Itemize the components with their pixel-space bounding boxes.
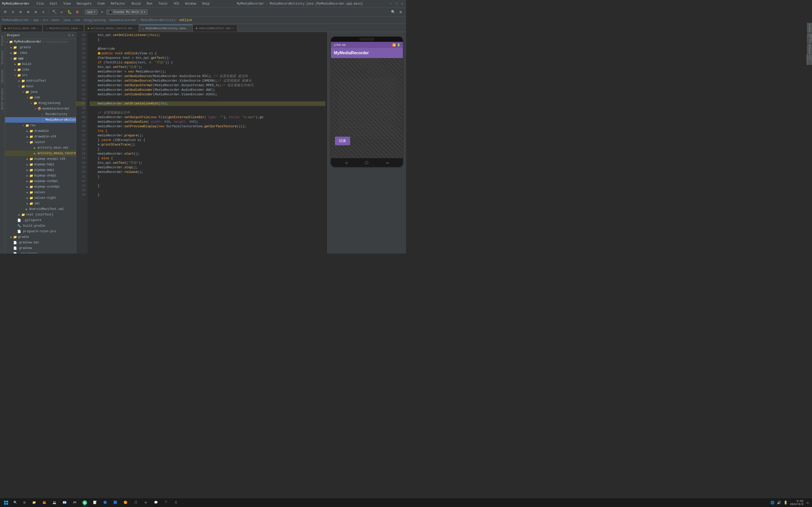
tree-item-src[interactable]: ▾ 📁 src bbox=[5, 72, 76, 78]
phone-home-button[interactable]: ⬡ bbox=[363, 159, 370, 166]
stop-button[interactable]: ⏹ bbox=[74, 9, 81, 15]
build-variants-panel-tab[interactable]: Build Variants bbox=[0, 87, 5, 111]
maximize-button[interactable]: □ bbox=[395, 2, 398, 6]
tree-item-com[interactable]: ▾ 📁 com bbox=[5, 95, 76, 100]
structure-panel-tab[interactable]: Structure bbox=[0, 50, 5, 65]
tab-mediarecordactivity-java[interactable]: ☕ MediaRecordActivity.java ✕ bbox=[139, 24, 192, 32]
collapse-button[interactable]: ⊟ bbox=[17, 9, 24, 15]
tab-close-icon[interactable]: ✕ bbox=[233, 27, 234, 30]
tree-item-mipmap-hdpi[interactable]: ▶ 📁 mipmap-hdpi bbox=[5, 162, 76, 167]
breadcrumb-src[interactable]: src bbox=[43, 18, 48, 22]
tree-item-idea[interactable]: ▶ 📁 .idea bbox=[5, 50, 76, 56]
menu-view[interactable]: View bbox=[62, 2, 72, 6]
phone-back-button[interactable]: ◁ bbox=[343, 159, 350, 166]
tree-item-proguard[interactable]: 📄 proguard-rules.pro bbox=[5, 229, 76, 234]
tree-item-mipmap-mdpi[interactable]: ▶ 📁 mipmap-mdpi bbox=[5, 167, 76, 173]
tree-item-libs[interactable]: ▶ 📁 libs bbox=[5, 67, 76, 72]
breadcrumb-com[interactable]: com bbox=[74, 18, 80, 22]
menu-help[interactable]: Help bbox=[201, 2, 211, 6]
code-area[interactable]: 3031323334 3536373839 4041424344 45 4647… bbox=[76, 32, 327, 253]
run-app-button[interactable]: ▶ bbox=[59, 9, 65, 15]
menu-window[interactable]: Window bbox=[184, 2, 197, 6]
tree-item-java[interactable]: ▾ 📁 java bbox=[5, 89, 76, 95]
breadcrumb-mymediarecorder[interactable]: mymediarecorder bbox=[109, 18, 137, 22]
menu-edit[interactable]: Edit bbox=[49, 2, 58, 6]
sidebar-close-icon[interactable]: ✕ bbox=[71, 34, 74, 37]
tree-item-test[interactable]: ▶ 📁 test [unitTest] bbox=[5, 212, 76, 218]
menu-build[interactable]: Build bbox=[131, 2, 142, 6]
tab-close-icon[interactable]: ✕ bbox=[188, 27, 189, 30]
tree-item-mipmap-anydpi[interactable]: ▶ 📁 mipmap-anydpi-v26 bbox=[5, 156, 76, 162]
tab-close-icon[interactable]: ✕ bbox=[79, 27, 81, 30]
tree-item-mipmap-xxhdpi[interactable]: ▶ 📁 mipmap-xxhdpi bbox=[5, 178, 76, 184]
expand-button[interactable]: ⊞ bbox=[25, 9, 32, 15]
phone-recents-button[interactable]: ▭ bbox=[384, 159, 391, 166]
settings-main-button[interactable]: ⚙ bbox=[397, 9, 404, 15]
close-panel-button[interactable]: ✕ bbox=[40, 9, 47, 15]
close-button[interactable]: ✕ bbox=[400, 2, 404, 6]
tree-item-gradlew-bat[interactable]: 📄 gradlew.bat bbox=[5, 240, 76, 245]
menu-run[interactable]: Run bbox=[146, 2, 154, 6]
make-project-button[interactable]: 🔨 bbox=[51, 9, 58, 15]
structure-button[interactable]: ≡ bbox=[10, 9, 16, 15]
menu-refactor[interactable]: Refactor bbox=[110, 2, 126, 6]
tree-item-gitignore-app[interactable]: 📄 .gitignore bbox=[5, 218, 76, 223]
tree-item-dingjiaxiong[interactable]: ▾ 📁 dingjiaxiong bbox=[5, 100, 76, 106]
tree-item-gitignore-root[interactable]: 📄 .gitignore bbox=[5, 251, 76, 253]
tree-item-app[interactable]: ▾ 📁 app bbox=[5, 56, 76, 61]
tab-androidmanifest-xml[interactable]: ◈ AndroidManifest.xml ✕ bbox=[193, 24, 237, 32]
tab-close-icon[interactable]: ✕ bbox=[38, 27, 39, 30]
menu-navigate[interactable]: Navigate bbox=[75, 2, 92, 6]
tree-item-build-gradle-app[interactable]: 🔧 build.gradle bbox=[5, 223, 76, 229]
device-selector[interactable]: 📱 Xiaomi Mi Note 3 ▾ bbox=[106, 9, 148, 15]
tree-item-drawable[interactable]: ▶ 📁 drawable bbox=[5, 128, 76, 134]
breadcrumb-main[interactable]: main bbox=[52, 18, 59, 22]
breadcrumb-class[interactable]: MediaRecordActivity bbox=[141, 18, 175, 22]
tree-item-activity-media-record-xml[interactable]: ◈ activity_media_record.xml bbox=[5, 151, 76, 156]
app-config-selector[interactable]: app ▾ bbox=[85, 9, 98, 15]
tree-item-values-night[interactable]: ▶ 📁 values-night bbox=[5, 195, 76, 201]
tree-item-drawable-v24[interactable]: ▶ 📁 drawable-v24 bbox=[5, 134, 76, 139]
phone-action-button[interactable]: 结束 bbox=[335, 136, 350, 145]
breadcrumb-dingjiaxiong[interactable]: dingjiaxiong bbox=[84, 18, 106, 22]
tree-item-xml-folder[interactable]: ▶ 📁 xml bbox=[5, 201, 76, 206]
project-panel-tab[interactable]: Project bbox=[0, 34, 5, 47]
breadcrumb-project[interactable]: MyMediaRecorder bbox=[2, 18, 30, 22]
tree-item-mediarecordactivity[interactable]: ☕ MediaRecordActivity bbox=[5, 117, 76, 123]
tree-item-gradle-folder[interactable]: ▶ 📁 gradle bbox=[5, 234, 76, 240]
minimize-button[interactable]: ─ bbox=[389, 2, 393, 6]
tab-close-icon[interactable]: ✕ bbox=[134, 27, 136, 30]
tree-item-mipmap-xxxhdpi[interactable]: ▶ 📁 mipmap-xxxhdpi bbox=[5, 184, 76, 189]
tree-item-androidmanifest[interactable]: ◈ AndroidManifest.xml bbox=[5, 206, 76, 212]
tab-activity-media-xml[interactable]: ◈ activity_media_record.xml ✕ bbox=[84, 24, 139, 32]
tree-item-mymediarecorder[interactable]: ▾ 📁 MyMediaRecorder D:\DingJiaxiong\A bbox=[5, 39, 76, 45]
tab-mainactivity-java[interactable]: ☕ MainActivity.java ✕ bbox=[43, 24, 84, 32]
tree-item-activity-main-xml[interactable]: ◈ activity_main.xml bbox=[5, 145, 76, 151]
code-content[interactable]: btn_opt.setOnClickListener(this); } @Ove… bbox=[88, 32, 327, 253]
tree-item-gradle[interactable]: ▶ 📁 .gradle bbox=[5, 45, 76, 50]
menu-vcs[interactable]: VCS bbox=[172, 2, 180, 6]
debug-button[interactable]: 🐛 bbox=[66, 9, 73, 15]
tree-item-mainactivity[interactable]: ☕ MainActivity bbox=[5, 112, 76, 117]
breadcrumb-java[interactable]: java bbox=[63, 18, 70, 22]
breadcrumb-app[interactable]: app bbox=[33, 18, 39, 22]
config-dropdown[interactable]: ▾ bbox=[99, 9, 105, 15]
sidebar-gear-icon[interactable]: ⚙ bbox=[68, 34, 70, 37]
tree-item-main[interactable]: ▾ 📁 main bbox=[5, 83, 76, 89]
menu-tools[interactable]: Tools bbox=[157, 2, 168, 6]
tree-item-build[interactable]: ▶ 📁 build bbox=[5, 61, 76, 67]
tree-item-androidtest[interactable]: ▶ 📁 androidTest bbox=[5, 78, 76, 83]
breadcrumb-method[interactable]: onClick bbox=[180, 18, 192, 22]
menu-file[interactable]: File bbox=[36, 2, 45, 6]
tree-item-gradlew[interactable]: 📄 gradlew bbox=[5, 245, 76, 251]
tree-item-mipmap-xhdpi[interactable]: ▶ 📁 mipmap-xhdpi bbox=[5, 173, 76, 178]
tree-item-layout[interactable]: ▾ 📁 layout bbox=[5, 139, 76, 145]
sync-button[interactable]: ⟳ bbox=[2, 9, 9, 15]
search-everywhere-button[interactable]: 🔍 bbox=[390, 9, 396, 15]
menu-code[interactable]: Code bbox=[96, 2, 106, 6]
tree-item-values[interactable]: ▶ 📁 values bbox=[5, 189, 76, 195]
favorites-panel-tab[interactable]: Favorites bbox=[0, 68, 5, 84]
tree-item-res[interactable]: ▾ 📁 res bbox=[5, 123, 76, 128]
settings-button[interactable]: ⚙ bbox=[33, 9, 39, 15]
tab-activity-main-xml[interactable]: ◈ activity_main.xml ✕ bbox=[1, 24, 42, 32]
